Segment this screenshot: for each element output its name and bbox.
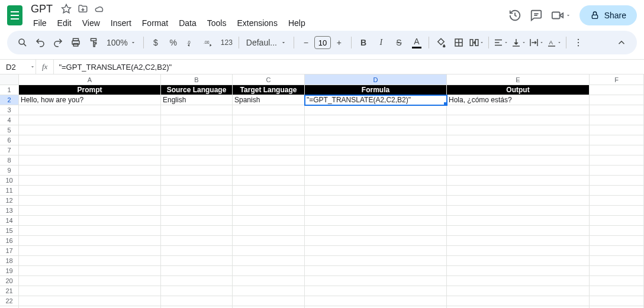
cell-F4[interactable] — [590, 115, 644, 125]
cell-D20[interactable] — [305, 276, 447, 286]
cell-E15[interactable] — [447, 226, 590, 236]
cell-E11[interactable] — [447, 186, 590, 196]
cell-C8[interactable] — [233, 155, 305, 166]
cell-A19[interactable] — [19, 266, 161, 276]
borders-button[interactable] — [450, 34, 467, 51]
bold-button[interactable]: B — [355, 34, 372, 51]
percent-button[interactable]: % — [165, 34, 182, 51]
cell-E1[interactable]: Output — [447, 85, 590, 95]
undo-icon[interactable] — [32, 34, 49, 51]
cell-F2[interactable] — [590, 95, 644, 105]
cell-B6[interactable] — [161, 135, 233, 145]
row-header-3[interactable]: 3 — [0, 105, 19, 115]
cell-D1[interactable]: Formula — [305, 85, 447, 95]
cell-A10[interactable] — [19, 176, 161, 186]
cell-E7[interactable] — [447, 145, 590, 155]
cell-F5[interactable] — [590, 125, 644, 135]
cell-E9[interactable] — [447, 166, 590, 176]
cell-A5[interactable] — [19, 125, 161, 135]
cell-D18[interactable] — [305, 256, 447, 266]
row-header-2[interactable]: 2 — [0, 95, 19, 105]
cell-E16[interactable] — [447, 236, 590, 246]
row-header-13[interactable]: 13 — [0, 206, 19, 216]
cell-A16[interactable] — [19, 236, 161, 246]
cell-E19[interactable] — [447, 266, 590, 276]
cell-B22[interactable] — [161, 296, 233, 306]
cell-C17[interactable] — [233, 246, 305, 256]
cell-E5[interactable] — [447, 125, 590, 135]
cell-F21[interactable] — [590, 286, 644, 296]
cell-E12[interactable] — [447, 196, 590, 206]
decrease-decimal-icon[interactable]: .0 — [183, 34, 199, 51]
cell-F3[interactable] — [590, 105, 644, 115]
cell-B12[interactable] — [161, 196, 233, 206]
italic-button[interactable]: I — [373, 34, 389, 51]
row-header-1[interactable]: 1 — [0, 85, 19, 95]
cell-E21[interactable] — [447, 286, 590, 296]
number-format-button[interactable]: 123 — [218, 34, 235, 51]
row-header-8[interactable]: 8 — [0, 155, 19, 166]
row-header-16[interactable]: 16 — [0, 236, 19, 246]
column-header-D[interactable]: D — [305, 74, 447, 85]
redo-icon[interactable] — [50, 34, 66, 51]
more-toolbar-icon[interactable] — [570, 34, 587, 51]
cell-D2[interactable]: "=GPT_TRANSLATE(A2,C2,B2)" — [305, 95, 447, 105]
cell-C22[interactable] — [233, 296, 305, 306]
cell-C6[interactable] — [233, 135, 305, 145]
cell-C18[interactable] — [233, 256, 305, 266]
cell-reference-box[interactable]: D2 — [2, 63, 36, 72]
cell-F10[interactable] — [590, 176, 644, 186]
cell-E2[interactable]: Hola, ¿cómo estás? — [447, 95, 590, 105]
document-title[interactable]: GPT — [28, 2, 55, 16]
cell-A14[interactable] — [19, 216, 161, 226]
cell-A20[interactable] — [19, 276, 161, 286]
cell-F12[interactable] — [590, 196, 644, 206]
cell-A12[interactable] — [19, 196, 161, 206]
cell-D8[interactable] — [305, 155, 447, 166]
cell-D10[interactable] — [305, 176, 447, 186]
column-header-C[interactable]: C — [233, 74, 305, 85]
cell-B7[interactable] — [161, 145, 233, 155]
cell-F18[interactable] — [590, 256, 644, 266]
cell-F17[interactable] — [590, 246, 644, 256]
cell-B5[interactable] — [161, 125, 233, 135]
meet-icon[interactable] — [551, 9, 571, 22]
cell-D13[interactable] — [305, 206, 447, 216]
cell-F16[interactable] — [590, 236, 644, 246]
cell-A3[interactable] — [19, 105, 161, 115]
cell-B4[interactable] — [161, 115, 233, 125]
cell-D19[interactable] — [305, 266, 447, 276]
cell-B8[interactable] — [161, 155, 233, 166]
cell-F7[interactable] — [590, 145, 644, 155]
cell-A22[interactable] — [19, 296, 161, 306]
cell-F1[interactable] — [590, 85, 644, 95]
row-header-9[interactable]: 9 — [0, 166, 19, 176]
cell-B20[interactable] — [161, 276, 233, 286]
cell-B3[interactable] — [161, 105, 233, 115]
row-header-12[interactable]: 12 — [0, 196, 19, 206]
cell-E22[interactable] — [447, 296, 590, 306]
cell-B10[interactable] — [161, 176, 233, 186]
row-header-7[interactable]: 7 — [0, 145, 19, 155]
row-header-18[interactable]: 18 — [0, 256, 19, 266]
cell-C12[interactable] — [233, 196, 305, 206]
cell-A4[interactable] — [19, 115, 161, 125]
search-menus-icon[interactable] — [14, 34, 31, 51]
cell-B9[interactable] — [161, 166, 233, 176]
comment-icon[interactable] — [530, 9, 543, 22]
cell-A8[interactable] — [19, 155, 161, 166]
cell-D12[interactable] — [305, 196, 447, 206]
cell-F6[interactable] — [590, 135, 644, 145]
cell-F22[interactable] — [590, 296, 644, 306]
menu-view[interactable]: View — [78, 17, 105, 29]
cell-C1[interactable]: Target Language — [233, 85, 305, 95]
column-header-A[interactable]: A — [19, 74, 161, 85]
cell-B11[interactable] — [161, 186, 233, 196]
star-icon[interactable] — [61, 4, 72, 14]
column-header-F[interactable]: F — [590, 74, 644, 85]
cell-D5[interactable] — [305, 125, 447, 135]
cell-D22[interactable] — [305, 296, 447, 306]
cell-F13[interactable] — [590, 206, 644, 216]
cell-B2[interactable]: English — [161, 95, 233, 105]
text-color-button[interactable]: A — [408, 34, 425, 51]
